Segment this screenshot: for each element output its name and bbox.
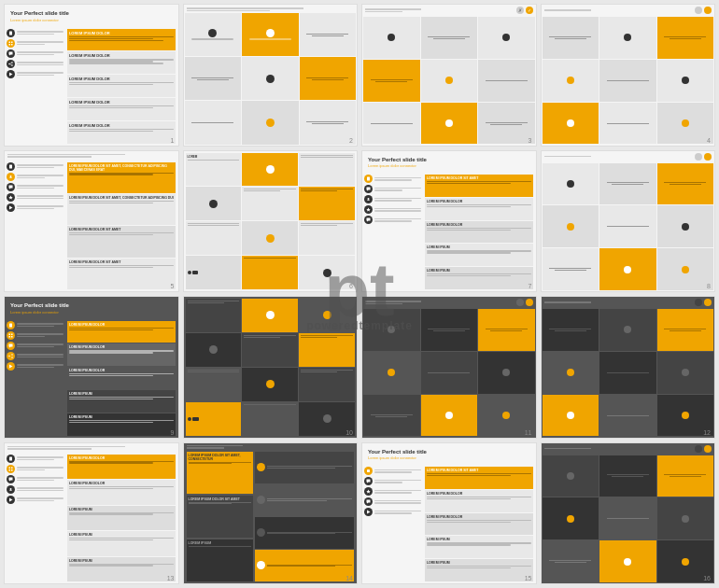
slide-9-subtitle: Lorem ipsum dolor connector: [7, 310, 176, 316]
slide-7-number: 7: [529, 283, 532, 289]
svg-line-8: [9, 63, 12, 64]
svg-rect-17: [9, 333, 11, 335]
grid-icon: [7, 39, 15, 48]
slide-8-number: 8: [707, 283, 711, 289]
share-icon: [7, 60, 15, 68]
slide-1-subtitle: Lorem ipsum dolor connector: [7, 18, 176, 24]
slides-grid: Your Perfect slide title Lorem ipsum dol…: [0, 0, 719, 588]
slide-1-content: LOREM IPSUM DOLOR LOREM IPSUM DOLOR LORE…: [65, 27, 178, 146]
svg-point-23: [11, 357, 13, 358]
svg-rect-0: [9, 31, 12, 35]
slide-12[interactable]: 12: [541, 296, 716, 439]
svg-point-15: [368, 198, 370, 200]
svg-rect-16: [9, 323, 12, 327]
slide-9-number: 9: [171, 429, 175, 436]
svg-rect-14: [367, 177, 370, 181]
svg-rect-20: [11, 336, 13, 338]
svg-rect-32: [367, 469, 370, 472]
slide-7[interactable]: Your Perfect slide title Lorem ipsum dol…: [361, 150, 537, 293]
svg-marker-10: [9, 72, 13, 76]
svg-rect-28: [9, 469, 11, 471]
svg-rect-1: [9, 41, 11, 43]
slide-14-number: 14: [345, 575, 353, 581]
svg-rect-4: [11, 44, 13, 46]
slide-2-number: 2: [349, 137, 353, 144]
slide-15-subtitle: Lorem ipsum dolor connector: [365, 455, 533, 462]
slide-11[interactable]: 11: [361, 296, 537, 439]
svg-rect-19: [9, 336, 11, 338]
svg-point-30: [10, 488, 12, 490]
svg-marker-24: [9, 364, 13, 368]
slide-14[interactable]: LOREM IPSUM DOLOR SIT AMET, CONSECTETUR …: [183, 442, 359, 585]
slide-16[interactable]: 16: [541, 442, 716, 585]
slide-6-number: 6: [349, 283, 353, 289]
slide-13[interactable]: LOREM IPSUM DOLOR LOREM IPSUM DOLOR LORE…: [4, 442, 179, 585]
slide-5[interactable]: LOREM IPSUM DOLOR SIT AMET, CONSECTETUR …: [4, 150, 179, 293]
svg-marker-33: [367, 511, 371, 514]
svg-line-9: [9, 63, 12, 65]
slide-1-icons: [5, 27, 65, 146]
slide-12-number: 12: [703, 429, 711, 436]
svg-rect-18: [11, 333, 13, 335]
svg-rect-27: [11, 467, 13, 469]
svg-marker-13: [9, 205, 13, 209]
slide-4-number: 4: [707, 137, 711, 144]
svg-marker-31: [9, 497, 13, 501]
slide-15-number: 15: [525, 575, 532, 581]
slide-15-title: Your Perfect slide title: [365, 446, 533, 456]
slide-6[interactable]: LOREM: [183, 150, 359, 293]
slide-13-number: 13: [167, 575, 175, 581]
slide-10-number: 10: [345, 429, 353, 436]
slide-15[interactable]: Your Perfect slide title Lorem ipsum dol…: [361, 442, 537, 585]
slide-3-number: 3: [529, 137, 532, 144]
slide-8[interactable]: 8: [541, 150, 716, 293]
slide-1-title: Your Perfect slide title: [7, 7, 176, 18]
slide-1[interactable]: Your Perfect slide title Lorem ipsum dol…: [4, 4, 179, 147]
svg-rect-3: [9, 44, 11, 46]
slide-2[interactable]: 2: [183, 4, 359, 147]
svg-rect-26: [9, 467, 11, 469]
svg-rect-29: [11, 469, 13, 471]
slide-5-number: 5: [171, 283, 175, 289]
svg-rect-25: [9, 456, 12, 460]
svg-rect-11: [9, 164, 12, 168]
slide-9-title: Your Perfect slide title: [7, 300, 176, 310]
play-icon: [7, 70, 15, 78]
phone-icon: [7, 29, 15, 37]
svg-point-21: [11, 354, 13, 356]
slide-7-subtitle: Lorem ipsum dolor connector: [365, 163, 533, 170]
chat-icon: [7, 49, 15, 58]
slide-1-number: 1: [171, 137, 175, 144]
slide-16-number: 16: [703, 575, 711, 581]
svg-point-22: [8, 355, 10, 357]
slide-7-title: Your Perfect slide title: [365, 154, 533, 164]
slide-9[interactable]: Your Perfect slide title Lorem ipsum dol…: [4, 296, 179, 439]
svg-point-12: [10, 175, 12, 177]
svg-rect-2: [11, 41, 13, 43]
slide-4[interactable]: 4: [541, 4, 716, 147]
slide-3[interactable]: ✗ ✓ 3: [361, 4, 537, 147]
slide-11-number: 11: [525, 429, 532, 436]
slide-10[interactable]: 10: [183, 296, 359, 439]
